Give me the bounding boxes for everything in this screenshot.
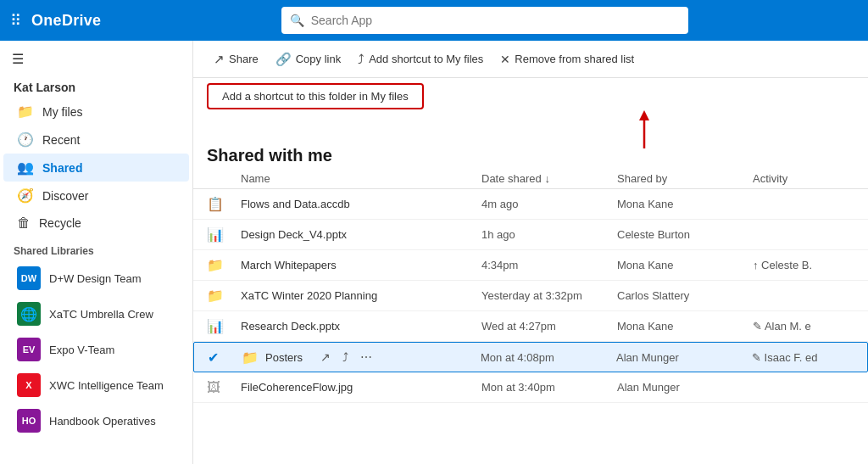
library-label: XaTC Umbrella Crew <box>49 308 153 321</box>
add-shortcut-button[interactable]: ⤴ Add shortcut to My files <box>351 48 490 70</box>
file-row[interactable]: 📁 XaTC Winter 2020 Planning Yesterday at… <box>193 281 868 311</box>
sidebar-library-dw[interactable]: DW D+W Design Team <box>3 260 189 296</box>
file-row[interactable]: 🖼 FileCoherenceFlow.jpg Mon at 3:40pm Al… <box>193 372 868 403</box>
library-avatar-xwc: X <box>17 373 41 397</box>
file-row-selected[interactable]: ✔ 📁 Posters ↗ ⤴ ⋯ Mon at 4:08pm Alan Mun… <box>193 342 868 372</box>
file-date: 1h ago <box>481 228 617 241</box>
close-icon: ✕ <box>500 53 510 66</box>
sidebar-library-ev[interactable]: EV Expo V-Team <box>3 332 189 367</box>
trash-icon: 🗑 <box>17 215 31 231</box>
callout-area: Add a shortcut to this folder in My file… <box>193 78 868 137</box>
clock-icon: 🕐 <box>17 131 34 148</box>
file-icon: 📁 <box>207 257 241 273</box>
search-bar: 🔍 <box>281 7 688 34</box>
sidebar-item-my-files[interactable]: 📁 My files <box>3 98 189 126</box>
col-shared-by[interactable]: Shared by <box>617 172 753 185</box>
col-name[interactable]: Name <box>241 172 481 185</box>
file-row[interactable]: 📁 March Whitepapers 4:34pm Mona Kane ↑ C… <box>193 250 868 281</box>
hamburger-button[interactable]: ☰ <box>0 44 192 74</box>
file-name: Research Deck.pptx <box>241 320 481 333</box>
sidebar-item-label: Recent <box>42 133 80 147</box>
col-activity[interactable]: Activity <box>753 172 854 185</box>
file-row[interactable]: 📋 Flows and Data.accdb 4m ago Mona Kane <box>193 189 868 220</box>
toolbar: ↗ Share 🔗 Copy link ⤴ Add shortcut to My… <box>193 41 868 78</box>
file-row[interactable]: 📊 Design Deck_V4.pptx 1h ago Celeste Bur… <box>193 220 868 250</box>
file-activity: ↑ Celeste B. <box>753 259 854 271</box>
sidebar: ☰ Kat Larson 📁 My files 🕐 Recent 👥 Share… <box>0 41 193 464</box>
file-name-cell: 📁 Posters ↗ ⤴ ⋯ <box>242 349 481 366</box>
sidebar-library-xatc[interactable]: 🌐 XaTC Umbrella Crew <box>3 296 189 332</box>
file-icon: 📁 <box>207 288 241 304</box>
sidebar-library-ho[interactable]: HO Handbook Operatives <box>3 403 189 439</box>
file-shared-by: Mona Kane <box>617 259 753 271</box>
file-date: Yesterday at 3:32pm <box>481 289 617 302</box>
col-date[interactable]: Date shared ↓ <box>481 172 617 185</box>
sidebar-item-discover[interactable]: 🧭 Discover <box>3 182 189 210</box>
library-avatar-ho: HO <box>17 409 41 433</box>
file-icon: 📊 <box>207 226 241 243</box>
sidebar-item-label: Recycle <box>39 216 81 230</box>
library-avatar-dw: DW <box>17 266 41 290</box>
file-name: Design Deck_V4.pptx <box>241 228 481 241</box>
library-label: Handbook Operatives <box>49 415 156 428</box>
file-date: Mon at 4:08pm <box>481 351 616 364</box>
file-icon: 📋 <box>207 196 241 212</box>
file-icon: 📁 <box>242 349 259 366</box>
file-row[interactable]: 📊 Research Deck.pptx Wed at 4:27pm Mona … <box>193 311 868 342</box>
sidebar-library-xwc[interactable]: X XWC Intelligence Team <box>3 367 189 403</box>
compass-icon: 🧭 <box>17 187 34 204</box>
file-activity: ✎ Alan M. e <box>753 320 854 333</box>
topbar: ⠿ OneDrive 🔍 <box>0 0 868 41</box>
row-share-icon[interactable]: ↗ <box>316 349 335 366</box>
sidebar-item-label: Discover <box>42 189 88 203</box>
add-shortcut-icon: ⤴ <box>358 52 364 66</box>
page-title: Shared with me <box>193 137 868 169</box>
row-more-icon[interactable]: ⋯ <box>356 349 376 366</box>
file-name: XaTC Winter 2020 Planning <box>241 289 481 302</box>
main-layout: ☰ Kat Larson 📁 My files 🕐 Recent 👥 Share… <box>0 41 868 464</box>
grid-icon[interactable]: ⠿ <box>10 11 21 30</box>
main-content: ↗ Share 🔗 Copy link ⤴ Add shortcut to My… <box>193 41 868 464</box>
remove-label: Remove from shared list <box>515 53 634 65</box>
file-check-icon: ✔ <box>208 349 242 366</box>
share-button[interactable]: ↗ Share <box>207 48 265 71</box>
file-name: March Whitepapers <box>241 259 481 271</box>
sidebar-item-recycle[interactable]: 🗑 Recycle <box>3 210 189 237</box>
sidebar-item-label: My files <box>42 105 82 119</box>
file-list-header: Name Date shared ↓ Shared by Activity <box>193 169 868 189</box>
row-actions: ↗ ⤴ ⋯ <box>316 349 376 366</box>
callout-text: Add a shortcut to this folder in My file… <box>222 90 409 103</box>
file-date: Wed at 4:27pm <box>481 320 617 333</box>
library-label: Expo V-Team <box>49 344 114 356</box>
file-list: Name Date shared ↓ Shared by Activity 📋 … <box>193 169 868 464</box>
file-shared-by: Mona Kane <box>617 320 753 333</box>
share-icon: ↗ <box>214 52 225 67</box>
remove-from-list-button[interactable]: ✕ Remove from shared list <box>493 48 641 70</box>
file-shared-by: Carlos Slattery <box>617 289 753 302</box>
file-name: Posters <box>265 351 303 364</box>
svg-marker-1 <box>639 110 649 120</box>
sidebar-item-recent[interactable]: 🕐 Recent <box>3 126 189 154</box>
copy-link-label: Copy link <box>296 53 341 65</box>
file-date: 4:34pm <box>481 259 617 271</box>
app-logo: OneDrive <box>31 12 101 30</box>
row-shortcut-icon[interactable]: ⤴ <box>338 349 353 366</box>
file-icon: 📊 <box>207 318 241 334</box>
search-input[interactable] <box>311 14 680 27</box>
sidebar-item-shared[interactable]: 👥 Shared <box>3 154 189 182</box>
share-label: Share <box>229 53 259 65</box>
library-avatar-ev: EV <box>17 338 41 361</box>
file-date: 4m ago <box>481 198 617 210</box>
copy-link-button[interactable]: 🔗 Copy link <box>269 48 348 71</box>
file-name: Flows and Data.accdb <box>241 198 481 210</box>
library-avatar-xatc: 🌐 <box>17 302 41 326</box>
library-label: XWC Intelligence Team <box>49 379 164 392</box>
file-date: Mon at 3:40pm <box>481 381 617 394</box>
shared-libraries-title: Shared Libraries <box>0 237 192 260</box>
file-shared-by: Mona Kane <box>617 198 753 210</box>
sidebar-item-label: Shared <box>42 161 82 175</box>
add-shortcut-label: Add shortcut to My files <box>369 53 483 65</box>
file-activity: ✎ Isaac F. ed <box>752 351 854 364</box>
folder-icon: 📁 <box>17 103 34 120</box>
file-shared-by: Celeste Burton <box>617 228 753 241</box>
